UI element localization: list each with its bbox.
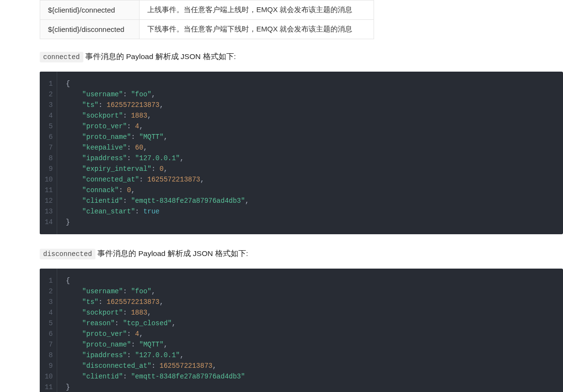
codeblock-disconnected: 1234567891011 { "username": "foo", "ts":… [40, 269, 563, 392]
topic-cell: ${clientid}/connected [40, 0, 140, 20]
intro-text: 事件消息的 Payload 解析成 JSON 格式如下: [83, 52, 236, 60]
section-intro-connected: connected 事件消息的 Payload 解析成 JSON 格式如下: [40, 51, 563, 63]
intro-text: 事件消息的 Payload 解析成 JSON 格式如下: [95, 249, 248, 257]
code-body: { "username": "foo", "ts": 1625572213873… [57, 72, 258, 234]
desc-cell: 上线事件。当任意客户端上线时，EMQX 就会发布该主题的消息 [140, 0, 374, 20]
topic-table: ${clientid}/connected 上线事件。当任意客户端上线时，EMQ… [40, 0, 374, 39]
section-intro-disconnected: disconnected 事件消息的 Payload 解析成 JSON 格式如下… [40, 248, 563, 260]
table-row: ${clientid}/connected 上线事件。当任意客户端上线时，EMQ… [40, 0, 374, 20]
codeblock-connected: 1234567891011121314 { "username": "foo",… [40, 72, 563, 234]
line-gutter: 1234567891011 [40, 269, 57, 392]
doc-content: ${clientid}/connected 上线事件。当任意客户端上线时，EMQ… [0, 0, 563, 392]
desc-cell: 下线事件。当任意客户端下线时，EMQX 就会发布该主题的消息 [140, 20, 374, 39]
topic-table-body: ${clientid}/connected 上线事件。当任意客户端上线时，EMQ… [40, 0, 374, 39]
line-gutter: 1234567891011121314 [40, 72, 57, 234]
topic-cell: ${clientid}/disconnected [40, 20, 140, 39]
inline-code: disconnected [40, 249, 95, 259]
inline-code: connected [40, 52, 83, 62]
code-body: { "username": "foo", "ts": 1625572213873… [57, 269, 254, 392]
table-row: ${clientid}/disconnected 下线事件。当任意客户端下线时，… [40, 20, 374, 39]
